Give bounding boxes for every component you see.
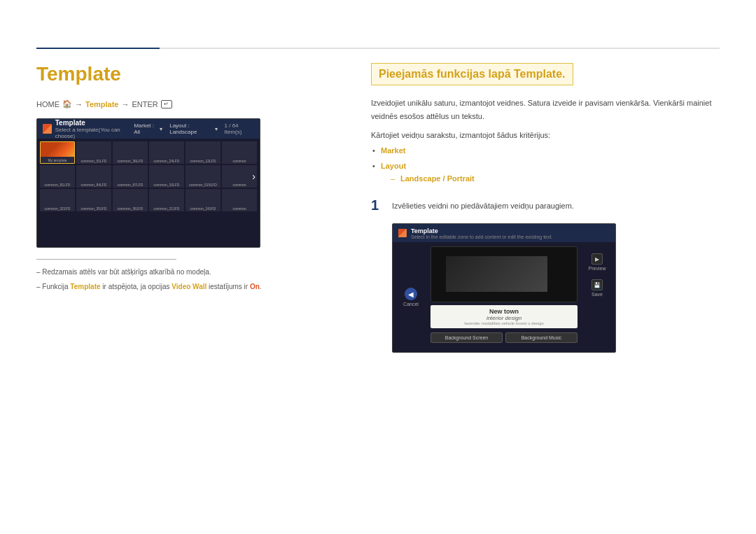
detail-save-btn[interactable]: 💾 Save [592, 279, 603, 297]
tmpl-cell-16[interactable]: common_241FD [186, 189, 220, 211]
tmpl-cell-8[interactable]: common_87LFD [113, 165, 148, 188]
bullet-market-text: Market [381, 146, 405, 155]
step-text: Izvēlieties veidni no piedāvātajiem veid… [392, 197, 574, 213]
town-name: New town [436, 308, 572, 315]
tmpl-logo-icon [43, 124, 52, 134]
tmpl-cell-15[interactable]: common_211FD [149, 189, 184, 211]
detail-text-area: New town interior design lavender modali… [430, 305, 578, 328]
breadcrumb-template: Template [85, 100, 118, 108]
tmpl-cell-17[interactable]: common [222, 189, 257, 211]
detail-cancel-icon: ◀ [405, 288, 417, 300]
sub-bullet-landscape-text: Landscape / Portrait [400, 174, 475, 183]
tmpl-cell-4[interactable]: common_12LFD [186, 141, 220, 164]
town-subtitle: interior design [436, 315, 572, 321]
detail-save-icon: 💾 [592, 279, 603, 290]
template-screenshot: Template Select a template(You can choos… [36, 118, 260, 248]
tmpl-cell-13[interactable]: common_351FD [76, 189, 111, 211]
top-decorative-line [36, 48, 720, 49]
detail-logo-text: Template [411, 227, 552, 234]
tmpl-logo: Template Select a template(You can choos… [43, 119, 134, 139]
sub-bullet-landscape: Landscape / Portrait [391, 173, 720, 185]
home-icon: 🏠 [62, 99, 72, 108]
tmpl-header: Template Select a template(You can choos… [37, 119, 260, 139]
footnote-1: – Redzamais attēls var būt atšķirīgs atk… [36, 267, 330, 277]
sub-bullet-list: Landscape / Portrait [381, 173, 720, 185]
tmpl-logo-text: Template [55, 119, 134, 127]
detail-center: New town interior design lavender modali… [430, 246, 578, 348]
tmpl-cell-9[interactable]: common_10LFD [149, 165, 184, 188]
description-1: Izveidojiet unikālu saturu, izmantojot v… [371, 97, 720, 122]
left-column: Template HOME 🏠 → Template → ENTER ↵ Tem… [36, 63, 330, 296]
breadcrumb-arrow2: → [121, 100, 129, 108]
template-detail-screenshot: Template Select in the editable zone to … [392, 223, 616, 353]
detail-header: Template Select in the editable zone to … [393, 224, 615, 242]
bullet-list: Market Layout Landscape / Portrait [371, 145, 720, 185]
step-number: 1 [371, 197, 384, 213]
step-block: 1 Izvēlieties veidni no piedāvātajiem ve… [371, 197, 720, 213]
tmpl-cell-6[interactable]: common_81LFD [40, 165, 75, 188]
bullet-layout: Layout Landscape / Portrait [371, 160, 720, 185]
tmpl-layout-dropdown[interactable]: Layout : Landscape ▾ [169, 122, 217, 135]
detail-save-label: Save [592, 292, 603, 297]
bullet-market: Market [371, 145, 720, 157]
tmpl-next-arrow[interactable]: › [252, 171, 255, 182]
detail-cancel-btn[interactable]: ◀ Cancel [403, 288, 419, 307]
footnote-2: – Funkcija Template ir atspējota, ja opc… [36, 281, 330, 292]
bullet-layout-text: Layout [381, 162, 406, 170]
tmpl-cell-2[interactable]: common_36LFD [113, 141, 148, 164]
detail-cancel-label: Cancel [403, 302, 419, 307]
tmpl-count: 1 / 64 Item(s) [225, 122, 254, 135]
detail-bottom-btns: Background Screen Background Music [430, 332, 578, 343]
detail-screen [430, 246, 578, 302]
breadcrumb-home: HOME [36, 100, 59, 108]
background-screen-btn[interactable]: Background Screen [430, 332, 503, 343]
detail-subtitle-text: Select in the editable zone to add conte… [411, 234, 552, 239]
tmpl-controls: Market : All ▾ Layout : Landscape ▾ 1 / … [134, 122, 254, 135]
detail-body: ◀ Cancel New town interior design lavend… [393, 242, 615, 352]
tmpl-cell-7[interactable]: common_84LFD [76, 165, 111, 188]
right-column: Pieejamās funkcijas lapā Template. Izvei… [371, 63, 720, 353]
town-desc: lavender modalities vehicle lovest u des… [436, 321, 572, 325]
tmpl-cell-14[interactable]: common_361FD [113, 189, 148, 211]
footnote-videowall-highlight: Video Wall [172, 283, 206, 290]
enter-key-icon: ↵ [161, 100, 172, 108]
detail-logo-icon [398, 229, 407, 237]
tmpl-cell-10[interactable]: common_015LFD [186, 165, 220, 188]
detail-left: ◀ Cancel [397, 246, 425, 348]
tmpl-cell-12[interactable]: common_321FD [40, 189, 75, 211]
tmpl-subtitle: Select a template(You can choose) [55, 127, 134, 139]
footnote-template-highlight: Template [70, 283, 100, 290]
detail-preview-label: Preview [589, 266, 606, 271]
breadcrumb-arrow1: → [75, 100, 83, 108]
criteria-label: Kārtojiet veidņu sarakstu, izmantojot šā… [371, 131, 720, 139]
tmpl-cell-1[interactable]: common_51LFD [76, 141, 111, 164]
tmpl-market-dropdown[interactable]: Market : All ▾ [134, 122, 162, 135]
tmpl-cell-0[interactable]: My template [40, 141, 75, 164]
detail-preview-icon: ▶ [592, 253, 603, 265]
page-title: Template [36, 63, 330, 85]
tmpl-cell-3[interactable]: common_24LFD [149, 141, 184, 164]
detail-screen-content [446, 256, 548, 292]
detail-right: ▶ Preview 💾 Save [583, 246, 611, 348]
page-container: Template HOME 🏠 → Template → ENTER ↵ Tem… [0, 0, 756, 534]
tmpl-grid: My template common_51LFD common_36LFD co… [37, 139, 260, 214]
footnote-on-highlight: On [250, 283, 260, 290]
breadcrumb-enter: ENTER [132, 100, 158, 108]
footnote-divider [36, 259, 176, 260]
detail-preview-btn[interactable]: ▶ Preview [589, 253, 606, 271]
tmpl-cell-5[interactable]: common [222, 141, 257, 164]
section-title: Pieejamās funkcijas lapā Template. [371, 63, 573, 85]
background-music-btn[interactable]: Background Music [505, 332, 578, 343]
breadcrumb: HOME 🏠 → Template → ENTER ↵ [36, 99, 330, 108]
